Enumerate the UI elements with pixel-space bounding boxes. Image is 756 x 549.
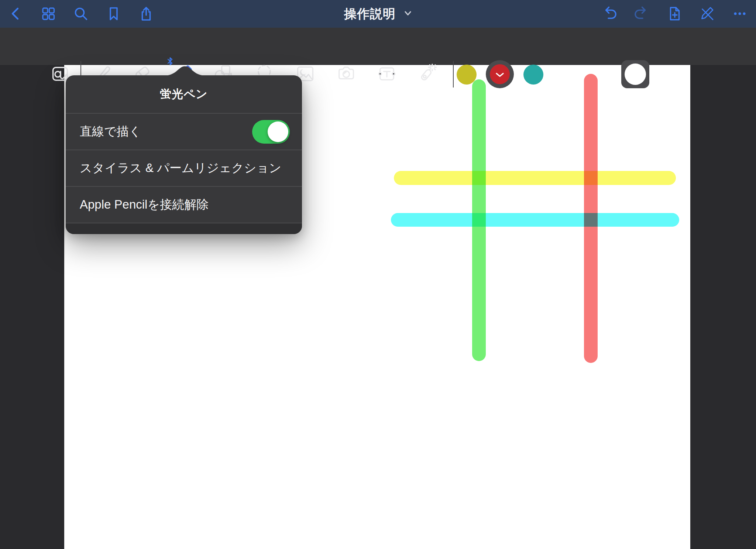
disable-drawing-button[interactable] <box>699 6 715 22</box>
swatch-chevron-down-icon <box>495 72 504 77</box>
more-options-button[interactable] <box>732 6 748 22</box>
popover-arrow <box>164 65 206 76</box>
back-chevron-icon <box>8 6 24 22</box>
share-button[interactable] <box>138 6 154 22</box>
title-chevron-down-icon <box>404 10 412 18</box>
thick-size-dot <box>625 64 646 85</box>
toolbar-separator <box>453 61 454 88</box>
bluetooth-icon <box>166 57 174 66</box>
redo-button[interactable] <box>633 6 650 22</box>
tool-camera[interactable] <box>336 64 357 84</box>
add-page-icon <box>666 6 683 22</box>
highlighter-settings-popover: 蛍光ペン 直線で描く スタイラス & パームリジェクション Apple Penc… <box>66 75 302 234</box>
canvas-right-margin <box>690 65 756 549</box>
text-tool-icon <box>377 64 397 84</box>
stylus-palm-rejection-row[interactable]: スタイラス & パームリジェクション <box>66 150 302 186</box>
popover-footer <box>66 223 302 234</box>
tools-toolbar <box>0 28 756 65</box>
tool-text[interactable] <box>377 64 397 84</box>
draw-straight-line-label: 直線で描く <box>80 123 252 140</box>
add-page-button[interactable] <box>666 6 683 22</box>
toggle-knob <box>268 121 288 142</box>
tool-laser-pointer[interactable] <box>417 64 437 84</box>
document-title: 操作説明 <box>344 6 396 23</box>
stroke-size-thin[interactable] <box>565 72 570 77</box>
color-swatch-red-selected[interactable] <box>486 60 514 88</box>
undo-icon <box>601 6 618 22</box>
back-button[interactable] <box>8 6 24 22</box>
stylus-palm-rejection-label: スタイラス & パームリジェクション <box>80 160 290 176</box>
bookmark-button[interactable] <box>106 6 122 22</box>
highlighter-stroke-cyan-horizontal <box>391 213 679 227</box>
color-swatch-teal[interactable] <box>523 65 543 85</box>
laser-pointer-icon <box>417 64 437 84</box>
canvas-left-margin <box>0 65 64 549</box>
bookmark-icon <box>106 6 122 22</box>
share-icon <box>138 6 154 22</box>
stroke-size-thick-selected[interactable] <box>621 60 649 88</box>
popover-title: 蛍光ペン <box>66 75 302 113</box>
thumbnails-button[interactable] <box>40 6 56 22</box>
top-navigation-bar: 操作説明 <box>0 0 756 28</box>
color-swatch-yellow[interactable] <box>457 65 477 85</box>
search-icon <box>73 6 89 22</box>
ellipsis-icon <box>732 6 748 22</box>
app-screen: 操作説明 <box>0 0 756 549</box>
camera-icon <box>336 64 357 84</box>
disconnect-apple-pencil-label: Apple Pencilを接続解除 <box>80 196 290 213</box>
draw-straight-line-row[interactable]: 直線で描く <box>66 114 302 150</box>
page-grid-icon <box>40 6 56 22</box>
undo-button[interactable] <box>601 6 618 22</box>
pen-crossed-icon <box>699 6 715 22</box>
highlighter-stroke-yellow-horizontal <box>394 171 676 185</box>
disconnect-apple-pencil-row[interactable]: Apple Pencilを接続解除 <box>66 187 302 223</box>
document-title-button[interactable]: 操作説明 <box>344 0 412 28</box>
redo-icon <box>633 6 650 22</box>
search-button[interactable] <box>73 6 89 22</box>
draw-straight-line-toggle[interactable] <box>252 120 290 144</box>
stroke-size-medium[interactable] <box>596 69 606 79</box>
